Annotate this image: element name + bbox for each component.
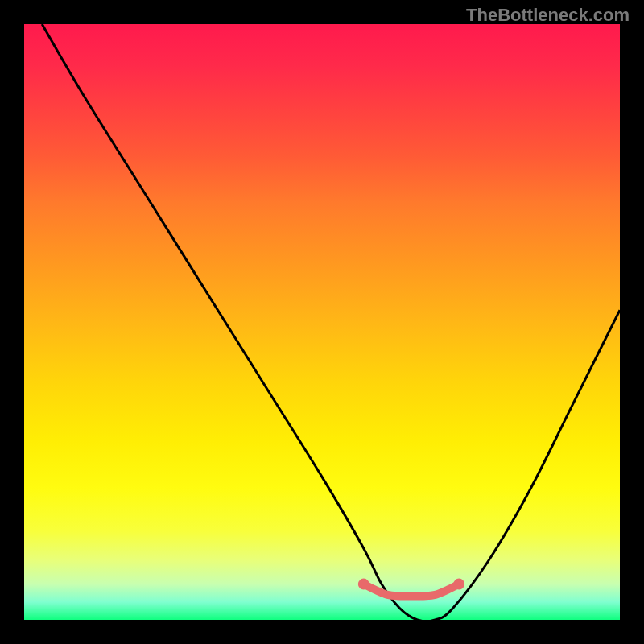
optimal-zone-start-dot: [358, 579, 369, 590]
bottleneck-curve-path: [42, 24, 620, 620]
watermark-text: TheBottleneck.com: [466, 5, 630, 26]
optimal-zone-marker-path: [364, 584, 459, 597]
chart-plot-area: [24, 24, 620, 620]
optimal-zone-end-dot: [453, 579, 464, 590]
chart-svg-layer: [24, 24, 620, 620]
